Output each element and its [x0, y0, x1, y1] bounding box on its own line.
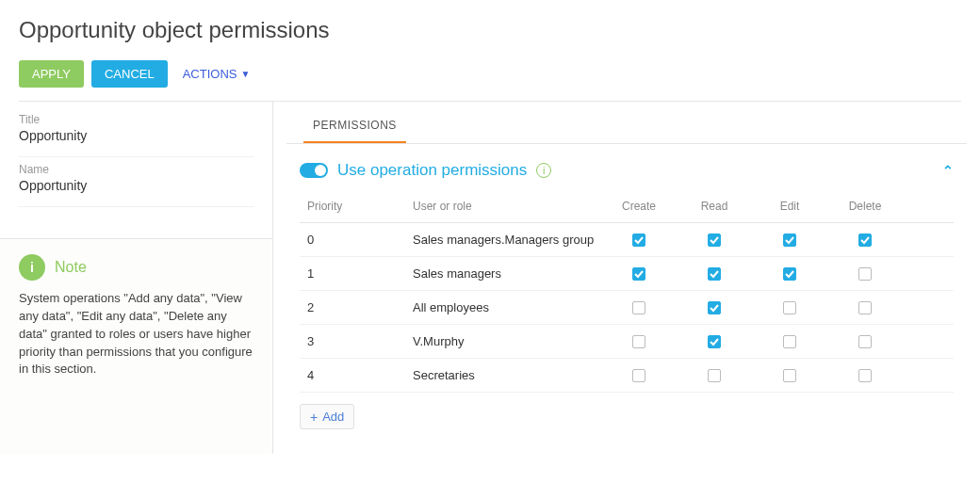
- col-create: Create: [601, 200, 677, 213]
- create-checkbox[interactable]: [632, 233, 645, 247]
- note-box: i Note System operations "Add any data",…: [0, 239, 272, 454]
- col-edit: Edit: [752, 200, 827, 213]
- permissions-table: Priority User or role Create Read Edit D…: [286, 189, 967, 393]
- col-delete: Delete: [827, 200, 903, 213]
- table-row: 0Sales managers.Managers group: [300, 223, 954, 257]
- actions-menu[interactable]: ACTIONS ▼: [175, 67, 258, 81]
- user-cell: Sales managers.Managers group: [413, 233, 601, 247]
- note-label: Note: [55, 259, 87, 276]
- read-checkbox[interactable]: [708, 369, 721, 382]
- delete-checkbox[interactable]: [858, 233, 872, 247]
- edit-checkbox[interactable]: [783, 369, 796, 382]
- col-priority: Priority: [300, 200, 413, 213]
- title-field-label: Title: [19, 113, 253, 126]
- cancel-button[interactable]: CANCEL: [91, 60, 168, 88]
- priority-cell: 1: [300, 266, 413, 281]
- info-icon: i: [19, 254, 45, 281]
- name-field-value[interactable]: Opportunity: [19, 178, 253, 193]
- table-row: 1Sales managers: [300, 257, 954, 291]
- priority-cell: 4: [300, 368, 413, 382]
- title-field-value[interactable]: Opportunity: [19, 128, 253, 143]
- col-user: User or role: [413, 200, 601, 213]
- edit-checkbox[interactable]: [783, 233, 796, 247]
- priority-cell: 2: [300, 300, 413, 314]
- create-checkbox[interactable]: [632, 301, 645, 314]
- create-checkbox[interactable]: [632, 267, 645, 281]
- user-cell: Secretaries: [413, 368, 601, 382]
- priority-cell: 0: [300, 233, 413, 247]
- col-read: Read: [677, 200, 752, 213]
- read-checkbox[interactable]: [708, 233, 721, 247]
- read-checkbox[interactable]: [708, 335, 721, 348]
- add-label: Add: [322, 410, 344, 424]
- priority-cell: 3: [300, 334, 413, 348]
- delete-checkbox[interactable]: [858, 369, 872, 382]
- read-checkbox[interactable]: [708, 267, 721, 281]
- user-cell: Sales managers: [413, 266, 601, 281]
- edit-checkbox[interactable]: [783, 301, 796, 314]
- delete-checkbox[interactable]: [858, 267, 872, 281]
- caret-down-icon: ▼: [241, 69, 251, 79]
- actions-label: ACTIONS: [183, 67, 237, 81]
- delete-checkbox[interactable]: [858, 335, 872, 348]
- info-icon[interactable]: i: [536, 163, 551, 178]
- table-header: Priority User or role Create Read Edit D…: [300, 189, 954, 223]
- edit-checkbox[interactable]: [783, 335, 796, 348]
- toolbar: APPLY CANCEL ACTIONS ▼: [19, 60, 961, 102]
- edit-checkbox[interactable]: [783, 267, 796, 281]
- tab-permissions[interactable]: PERMISSIONS: [303, 107, 406, 143]
- use-operation-permissions-toggle[interactable]: [300, 163, 328, 178]
- section-title: Use operation permissions: [337, 161, 527, 180]
- apply-button[interactable]: APPLY: [19, 60, 84, 88]
- table-row: 2All employees: [300, 291, 954, 325]
- delete-checkbox[interactable]: [858, 301, 872, 314]
- collapse-icon[interactable]: ⌃: [942, 163, 954, 178]
- name-field-label: Name: [19, 163, 253, 176]
- create-checkbox[interactable]: [632, 369, 645, 382]
- user-cell: All employees: [413, 300, 601, 314]
- table-row: 4Secretaries: [300, 359, 954, 393]
- read-checkbox[interactable]: [708, 301, 721, 314]
- add-button[interactable]: + Add: [300, 404, 354, 429]
- create-checkbox[interactable]: [632, 335, 645, 348]
- user-cell: V.Murphy: [413, 334, 601, 348]
- plus-icon: +: [310, 411, 318, 424]
- table-row: 3V.Murphy: [300, 325, 954, 359]
- page-title: Opportunity object permissions: [19, 17, 961, 43]
- note-text: System operations "Add any data", "View …: [19, 290, 253, 378]
